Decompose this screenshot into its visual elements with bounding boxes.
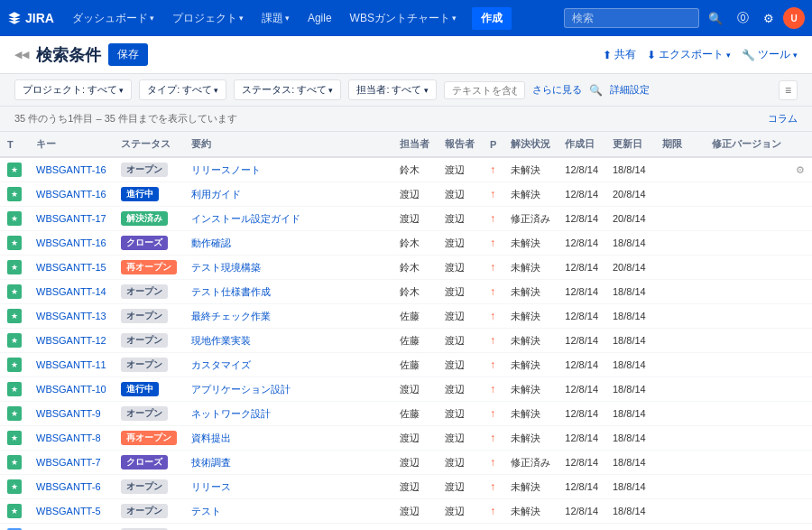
issue-summary-link[interactable]: テスト仕様書作成 [191,286,271,297]
status-filter[interactable]: ステータス: すべて ▾ [234,79,341,100]
issue-summary-link[interactable]: 最終チェック作業 [191,311,271,321]
col-header-resolution[interactable]: 解決状況 [503,132,558,158]
issue-summary-link[interactable]: ネットワーク設計 [191,408,271,419]
issue-summary-link[interactable]: 資料提出 [191,432,231,443]
issue-type-icon: ★ [7,382,22,396]
issue-updated-cell: 18/8/14 [605,280,655,304]
issue-key-link[interactable]: WBSGANTT-15 [36,262,106,273]
issue-key-link[interactable]: WBSGANTT-12 [36,335,106,346]
col-header-summary[interactable]: 要約 [184,132,392,158]
col-header-type[interactable]: T [0,132,29,158]
issue-summary-cell: アプリケーション設計 [184,377,392,402]
more-filters-button[interactable]: さらに見る [532,83,582,97]
project-filter[interactable]: プロジェクト: すべて ▾ [14,79,132,100]
issue-key-link[interactable]: WBSGANTT-10 [36,384,106,395]
col-header-key[interactable]: キー [29,132,114,158]
issue-type-icon: ★ [7,479,22,494]
issue-key-link[interactable]: WBSGANTT-11 [36,359,106,370]
issue-summary-link[interactable]: テスト [191,506,221,516]
filter-search-icon[interactable]: 🔍 [589,84,603,97]
issue-summary-cell: テスト [184,499,392,524]
issue-summary-link[interactable]: リリースノート [191,164,261,175]
nav-agile[interactable]: Agile [300,8,339,28]
issue-type-cell: ★ [0,377,29,402]
issue-key-link[interactable]: WBSGANTT-16 [36,164,106,175]
assignee-filter[interactable]: 担当者: すべて ▾ [348,79,436,100]
issue-resolution-cell: 修正済み [503,207,558,231]
col-header-status[interactable]: ステータス [114,132,184,158]
col-header-priority[interactable]: P [483,132,503,158]
issue-summary-link[interactable]: テスト現境構築 [191,262,261,273]
issue-key-link[interactable]: WBSGANTT-7 [36,457,101,468]
issue-status-cell: 解決済み [114,207,184,231]
issue-summary-link[interactable]: インストール設定ガイド [191,213,300,224]
issue-key-link[interactable]: WBSGANTT-8 [36,432,101,443]
issue-type-cell: ✓ [0,524,29,531]
issue-fixversion-cell [705,329,789,353]
avatar[interactable]: U [783,7,805,29]
col-header-fixversion[interactable]: 修正バージョン [705,132,789,158]
issue-summary-link[interactable]: 利用ガイド [191,189,241,200]
issue-status-cell: オープン [114,524,184,531]
help-icon[interactable]: ⓪ [732,6,754,30]
list-view-icon[interactable]: ≡ [779,80,798,100]
logo[interactable]: JIRA [7,11,54,25]
issue-summary-link[interactable]: 技術調査 [191,457,231,468]
share-button[interactable]: ⬆ 共有 [603,47,636,62]
col-header-duedate[interactable]: 期限 [655,132,705,158]
col-header-created[interactable]: 作成日 [558,132,605,158]
issue-summary-link[interactable]: 現地作業実装 [191,335,251,346]
issue-actions-cell [789,231,812,256]
issue-summary-link[interactable]: カスタマイズ [191,359,251,370]
collapse-icon[interactable]: ◀◀ [14,49,29,60]
issue-key-link[interactable]: WBSGANTT-14 [36,286,106,297]
issue-status-cell: オープン [114,304,184,329]
issue-updated-cell: 18/8/14 [605,402,655,426]
issue-summary-link[interactable]: アプリケーション設計 [191,384,291,395]
settings-icon[interactable]: ⚙ [758,8,780,29]
issue-status-cell: オープン [114,402,184,426]
detail-settings-button[interactable]: 詳細設定 [610,83,650,97]
search-icon[interactable]: 🔍 [703,8,728,29]
issue-fixversion-cell [705,353,789,377]
issue-summary-link[interactable]: リリース [191,481,231,492]
col-header-updated[interactable]: 更新日 [605,132,655,158]
search-input[interactable] [564,8,699,28]
export-button[interactable]: ⬇ エクスポート ▾ [647,47,731,62]
issue-summary-cell: テスト現境構築 [184,256,392,280]
issue-key-link[interactable]: WBSGANTT-16 [36,237,106,248]
issue-fixversion-cell [705,157,789,182]
columns-button[interactable]: コラム [768,112,798,126]
issue-assignee-cell: 佐藤 [392,304,438,329]
tools-button[interactable]: 🔧 ツール ▾ [742,47,798,62]
issue-summary-link[interactable]: 動作確認 [191,237,231,248]
issue-key-link[interactable]: WBSGANTT-13 [36,311,106,321]
issue-key-cell: WBSGANTT-11 [29,353,114,377]
nav-dashboard[interactable]: ダッシュボード ▾ [65,7,161,30]
text-filter[interactable] [444,81,525,99]
issue-key-link[interactable]: WBSGANTT-16 [36,189,106,200]
status-badge: 進行中 [121,382,159,396]
issue-assignee-cell: 佐藤 [392,402,438,426]
issue-resolution-cell: 未解決 [503,304,558,329]
nav-projects[interactable]: プロジェクト ▾ [165,7,251,30]
col-header-assignee[interactable]: 担当者 [392,132,438,158]
issue-assignee-cell: 佐藤 [392,353,438,377]
issue-key-link[interactable]: WBSGANTT-6 [36,481,101,492]
issue-key-link[interactable]: WBSGANTT-5 [36,506,101,516]
create-button[interactable]: 作成 [471,6,512,31]
priority-icon: ↑ [490,285,495,298]
issue-priority-cell: ↑ [483,280,503,304]
save-button[interactable]: 保存 [108,43,148,66]
issue-key-cell: WBSGANTT-15 [29,256,114,280]
issue-key-cell: WBSGANTT-16 [29,182,114,207]
issue-key-link[interactable]: WBSGANTT-9 [36,408,101,419]
gear-icon[interactable]: ⚙ [796,164,805,175]
type-filter[interactable]: タイプ: すべて ▾ [139,79,226,100]
issue-key-link[interactable]: WBSGANTT-17 [36,213,106,224]
col-header-reporter[interactable]: 報告者 [438,132,483,158]
status-badge: 再オープン [121,260,177,274]
nav-wbs[interactable]: WBSガントチャート ▾ [343,7,464,30]
nav-issues[interactable]: 課題 ▾ [254,7,297,30]
issue-fixversion-cell [705,256,789,280]
